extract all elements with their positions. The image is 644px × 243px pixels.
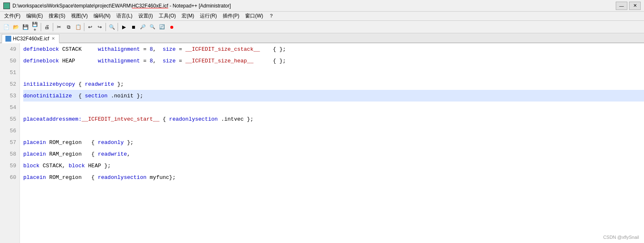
code-line-56[interactable] [23, 125, 644, 136]
minimize-button[interactable]: — [616, 2, 627, 10]
line-number-50: 50 [0, 55, 20, 67]
record-icon: ⏺ [170, 25, 174, 30]
title-filename: HC32F460xE.icf [132, 3, 168, 9]
menu-item-E[interactable]: 编辑(E) [24, 12, 45, 20]
record-button[interactable]: ⏺ [167, 22, 176, 32]
toolbar-separator-4 [106, 23, 106, 31]
toolbar-separator-1 [41, 23, 41, 31]
menu-item-R[interactable]: 运行(R) [197, 12, 219, 20]
line-number-55: 55 [0, 113, 20, 125]
zoom-out-button[interactable]: 🔍 [148, 22, 157, 32]
menu-item-O[interactable]: 工具(O) [156, 12, 178, 20]
title-text: D:\workspace\siWorkSpace\template\projec… [12, 3, 231, 9]
tab-close-button[interactable]: ✕ [51, 36, 56, 41]
code-area: 495051525354555657585960 define block CS… [0, 43, 644, 243]
code-line-55[interactable]: place at address mem:__ICFEDIT_intvec_st… [23, 113, 644, 125]
code-line-59[interactable]: block CSTACK, block HEAP }; [23, 160, 644, 171]
print-icon [44, 24, 49, 30]
menu-item-W[interactable]: 窗口(W) [243, 12, 265, 20]
stop-icon: ⏹ [131, 25, 136, 30]
menu-item-V[interactable]: 视图(V) [69, 12, 90, 20]
save-all-button[interactable]: 💾+ [30, 22, 39, 32]
code-line-49[interactable]: define block CSTACK with alignment = 8, … [23, 43, 644, 55]
sync-button[interactable]: 🔄 [157, 22, 167, 32]
run-button[interactable] [119, 22, 128, 32]
code-line-52[interactable]: initialize by copy { readwrite }; [23, 78, 644, 90]
find-button[interactable] [107, 22, 116, 32]
paste-icon [75, 24, 81, 30]
code-line-50[interactable]: define block HEAP with alignment = 8, si… [23, 55, 644, 67]
tab-file-icon [5, 36, 11, 42]
code-line-53[interactable]: do not initialize { section .noinit }; [23, 90, 644, 102]
copy-icon [67, 24, 71, 30]
print-button[interactable] [42, 22, 52, 32]
tab-bar: HC32F460xE.icf ✕ [0, 33, 644, 43]
open-icon [13, 24, 19, 30]
cut-icon [57, 24, 61, 30]
save-icon [22, 24, 29, 30]
line-number-58: 58 [0, 148, 20, 160]
undo-icon [88, 24, 92, 30]
copy-button[interactable] [64, 22, 73, 32]
app-icon [3, 2, 10, 9]
toolbar-separator-5 [118, 23, 118, 31]
code-line-60[interactable]: place in ROM_region { readonly section m… [23, 171, 644, 183]
line-number-53: 53 [0, 90, 20, 102]
redo-icon [98, 24, 102, 30]
code-line-57[interactable]: place in ROM_region { readonly }; [23, 136, 644, 148]
line-number-49: 49 [0, 43, 20, 55]
zoom-in-button[interactable]: 🔎 [138, 22, 147, 32]
find-icon [109, 24, 115, 30]
watermark: CSDN @xflySnail [603, 235, 639, 240]
stop-button[interactable]: ⏹ [129, 22, 138, 32]
line-number-60: 60 [0, 171, 20, 183]
code-line-51[interactable] [23, 67, 644, 78]
menu-item-M[interactable]: 宏(M) [179, 12, 197, 20]
code-line-54[interactable] [23, 102, 644, 113]
zoom-in-icon: 🔎 [140, 24, 146, 30]
title-bar: D:\workspace\siWorkSpace\template\projec… [0, 0, 644, 12]
open-button[interactable] [11, 22, 20, 32]
sync-icon: 🔄 [159, 24, 165, 30]
save-all-icon: 💾+ [31, 22, 39, 32]
title-bar-controls: — ✕ [616, 2, 641, 10]
menu-item-[interactable]: ？ [266, 12, 276, 20]
menu-item-N[interactable]: 编码(N) [91, 12, 113, 20]
line-number-54: 54 [0, 102, 20, 113]
menu-item-S[interactable]: 搜索(S) [46, 12, 68, 20]
line-number-56: 56 [0, 125, 20, 136]
redo-button[interactable] [95, 22, 104, 32]
menu-item-P[interactable]: 插件(P) [220, 12, 242, 20]
line-number-59: 59 [0, 160, 20, 171]
toolbar-separator-3 [84, 23, 84, 31]
save-button[interactable] [21, 22, 30, 32]
title-suffix: - Notepad++ [Administrator] [168, 3, 231, 9]
line-number-57: 57 [0, 136, 20, 148]
tab-hc32f460xe[interactable]: HC32F460xE.icf ✕ [2, 34, 59, 43]
undo-button[interactable] [86, 22, 95, 32]
title-bar-left: D:\workspace\siWorkSpace\template\projec… [3, 2, 231, 9]
line-number-51: 51 [0, 67, 20, 78]
cut-button[interactable] [54, 22, 64, 32]
line-number-52: 52 [0, 78, 20, 90]
line-numbers: 495051525354555657585960 [0, 43, 20, 243]
new-icon [3, 24, 10, 30]
new-button[interactable] [2, 22, 11, 32]
toolbar: 💾+ ⏹ 🔎 🔍 🔄 ⏺ [0, 21, 644, 33]
close-button[interactable]: ✕ [629, 2, 641, 10]
menu-item-L[interactable]: 语言(L) [114, 12, 135, 20]
toolbar-separator-2 [53, 23, 53, 31]
code-content[interactable]: define block CSTACK with alignment = 8, … [20, 43, 644, 243]
menu-bar: 文件(F)编辑(E)搜索(S)视图(V)编码(N)语言(L)设置(I)工具(O)… [0, 12, 644, 21]
title-path: D:\workspace\siWorkSpace\template\projec… [12, 3, 132, 9]
code-line-58[interactable]: place in RAM_region { readwrite, [23, 148, 644, 160]
paste-button[interactable] [74, 22, 83, 32]
menu-item-F[interactable]: 文件(F) [2, 12, 23, 20]
menu-item-I[interactable]: 设置(I) [136, 12, 155, 20]
tab-label: HC32F460xE.icf [13, 36, 49, 42]
run-icon [122, 24, 126, 30]
zoom-out-icon: 🔍 [150, 24, 155, 30]
